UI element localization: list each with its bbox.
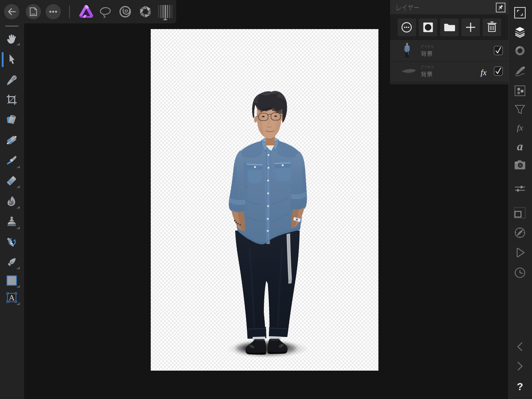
- svg-text:fx: fx: [481, 68, 487, 77]
- svg-text:fx: fx: [517, 123, 523, 132]
- svg-text:?: ?: [517, 381, 523, 392]
- svg-text:A: A: [9, 293, 15, 302]
- svg-text:a: a: [517, 140, 523, 153]
